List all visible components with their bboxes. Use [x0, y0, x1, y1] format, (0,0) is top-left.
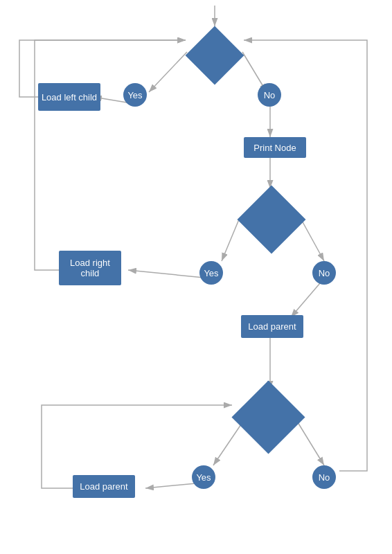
no3-circle: No [312, 465, 336, 489]
already-printed-diamond: Already printed? [220, 384, 317, 450]
yes2-circle: Yes [199, 261, 223, 285]
no2-circle: No [312, 261, 336, 285]
yes3-circle: Yes [192, 465, 215, 489]
has-unprinted-diamond: Has unprintedright child? [230, 188, 313, 251]
print-node-rect: Print Node [244, 137, 306, 158]
svg-line-2 [149, 52, 187, 92]
has-left-child-diamond: Has left child? [186, 26, 244, 84]
svg-line-9 [128, 270, 211, 278]
load-parent2-rect: Load parent [73, 475, 135, 498]
svg-line-10 [291, 278, 324, 317]
load-parent-rect: Load parent [241, 315, 303, 338]
load-left-child-rect: Load left child [38, 83, 100, 111]
no1-circle: No [258, 83, 281, 107]
load-right-child-rect: Load rightchild [59, 251, 121, 285]
yes1-circle: Yes [123, 83, 147, 107]
